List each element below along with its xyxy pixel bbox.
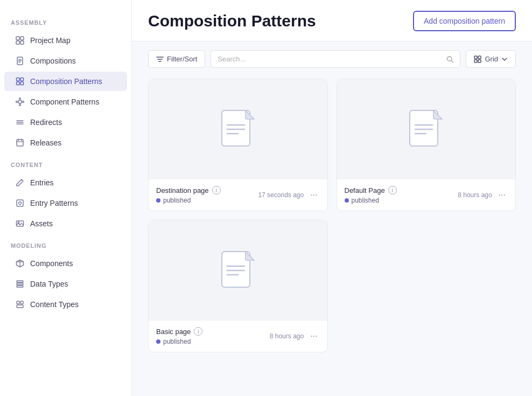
- info-circle-default-page[interactable]: i: [388, 186, 397, 194]
- card-name-row-default-page: Default Page i: [345, 186, 397, 194]
- search-input[interactable]: [218, 55, 442, 63]
- entries-label: Entries: [30, 178, 54, 187]
- components-icon: [15, 259, 25, 268]
- svg-rect-31: [17, 283, 23, 285]
- svg-rect-42: [478, 56, 481, 59]
- entry-patterns-label: Entry Patterns: [30, 199, 78, 207]
- sidebar-item-project-map[interactable]: Project Map: [4, 31, 127, 50]
- component-patterns-icon: [15, 97, 25, 107]
- view-toggle-button[interactable]: Grid: [466, 50, 516, 68]
- svg-rect-10: [17, 82, 20, 85]
- info-circle-destination-page[interactable]: i: [212, 186, 221, 194]
- project-map-label: Project Map: [30, 36, 71, 45]
- composition-patterns-icon: [15, 77, 25, 86]
- svg-rect-44: [478, 60, 481, 62]
- sidebar: ASSEMBLYProject MapCompositionsCompositi…: [0, 0, 132, 396]
- entries-icon: [15, 178, 25, 187]
- card-footer-destination-page: Destination page i published 17 seconds …: [149, 179, 327, 211]
- svg-rect-33: [17, 301, 19, 304]
- assets-label: Assets: [30, 219, 53, 228]
- doc-icon: [221, 251, 255, 290]
- status-dot-basic-page: [156, 339, 160, 344]
- card-default-page[interactable]: Default Page i published 8 hours ago ···: [337, 79, 516, 211]
- svg-rect-30: [17, 281, 23, 282]
- card-preview-destination-page: [149, 79, 327, 179]
- card-name-row-basic-page: Basic page i: [156, 327, 202, 336]
- card-destination-page[interactable]: Destination page i published 17 seconds …: [148, 79, 328, 211]
- svg-rect-11: [20, 82, 24, 85]
- info-circle-basic-page[interactable]: i: [194, 327, 202, 336]
- toolbar: Filter/Sort Grid: [132, 41, 532, 77]
- assets-icon: [15, 219, 25, 228]
- card-name-row-destination-page: Destination page i: [156, 186, 221, 194]
- svg-rect-9: [20, 78, 24, 81]
- card-menu-destination-page[interactable]: ···: [308, 189, 319, 201]
- cards-area: Destination page i published 17 seconds …: [132, 77, 532, 396]
- card-status-destination-page: published: [156, 197, 221, 204]
- sidebar-item-compositions[interactable]: Compositions: [4, 51, 127, 71]
- card-meta-destination-page: 17 seconds ago ···: [258, 189, 319, 201]
- svg-rect-3: [20, 41, 24, 44]
- redirects-label: Redirects: [30, 118, 62, 127]
- project-map-icon: [15, 36, 25, 45]
- sidebar-item-redirects[interactable]: Redirects: [4, 113, 127, 132]
- sidebar-item-entries[interactable]: Entries: [4, 173, 127, 192]
- card-status-basic-page: published: [156, 338, 202, 345]
- sidebar-item-assets[interactable]: Assets: [4, 214, 127, 233]
- sidebar-item-entry-patterns[interactable]: Entry Patterns: [4, 193, 127, 213]
- card-menu-basic-page[interactable]: ···: [308, 330, 319, 342]
- releases-label: Releases: [30, 138, 61, 147]
- card-info-default-page: Default Page i published: [345, 186, 397, 204]
- search-icon: [446, 55, 453, 63]
- card-name-default-page: Default Page: [345, 186, 385, 194]
- doc-icon: [221, 110, 255, 149]
- svg-rect-24: [17, 200, 23, 206]
- sidebar-item-content-types[interactable]: Content Types: [4, 295, 127, 314]
- card-menu-default-page[interactable]: ···: [496, 189, 508, 201]
- card-status-default-page: published: [345, 197, 397, 204]
- search-bar[interactable]: [211, 50, 460, 68]
- svg-line-40: [451, 60, 453, 62]
- redirects-icon: [15, 117, 25, 127]
- svg-rect-41: [474, 56, 477, 59]
- svg-point-13: [19, 98, 21, 100]
- page-header: Composition Patterns Add composition pat…: [132, 0, 532, 41]
- cards-grid: Destination page i published 17 seconds …: [148, 79, 516, 352]
- card-meta-basic-page: 8 hours ago ···: [270, 330, 320, 342]
- svg-rect-35: [17, 305, 23, 308]
- card-time-basic-page: 8 hours ago: [270, 332, 304, 340]
- compositions-icon: [15, 56, 25, 66]
- filter-sort-button[interactable]: Filter/Sort: [148, 50, 205, 68]
- svg-rect-8: [17, 78, 20, 81]
- entry-patterns-icon: [15, 198, 25, 208]
- chevron-down-icon: [501, 56, 508, 62]
- svg-rect-32: [17, 286, 23, 287]
- card-info-destination-page: Destination page i published: [156, 186, 221, 204]
- sidebar-section-modeling: MODELING: [0, 234, 131, 253]
- card-footer-basic-page: Basic page i published 8 hours ago ···: [149, 320, 327, 352]
- status-dot-destination-page: [156, 198, 160, 203]
- component-patterns-label: Component Patterns: [30, 98, 99, 106]
- svg-point-12: [18, 100, 22, 103]
- sidebar-item-data-types[interactable]: Data Types: [4, 274, 127, 294]
- sidebar-item-releases[interactable]: Releases: [4, 133, 127, 152]
- status-dot-default-page: [345, 198, 349, 203]
- card-time-default-page: 8 hours ago: [458, 191, 492, 199]
- card-name-destination-page: Destination page: [156, 186, 209, 194]
- sidebar-item-components[interactable]: Components: [4, 254, 127, 273]
- svg-rect-26: [17, 221, 24, 226]
- svg-rect-34: [20, 301, 23, 304]
- data-types-icon: [15, 279, 25, 289]
- card-status-label-destination-page: published: [163, 197, 191, 204]
- add-composition-pattern-button[interactable]: Add composition pattern: [413, 11, 516, 31]
- card-info-basic-page: Basic page i published: [156, 327, 202, 345]
- content-types-icon: [15, 300, 25, 309]
- sidebar-item-component-patterns[interactable]: Component Patterns: [4, 92, 127, 112]
- card-status-label-default-page: published: [352, 197, 379, 204]
- card-meta-default-page: 8 hours ago ···: [458, 189, 508, 201]
- card-status-label-basic-page: published: [163, 338, 191, 345]
- card-basic-page[interactable]: Basic page i published 8 hours ago ···: [148, 220, 328, 352]
- filter-icon: [156, 55, 164, 63]
- view-toggle-label: Grid: [485, 55, 498, 63]
- sidebar-item-composition-patterns[interactable]: Composition Patterns: [4, 72, 127, 91]
